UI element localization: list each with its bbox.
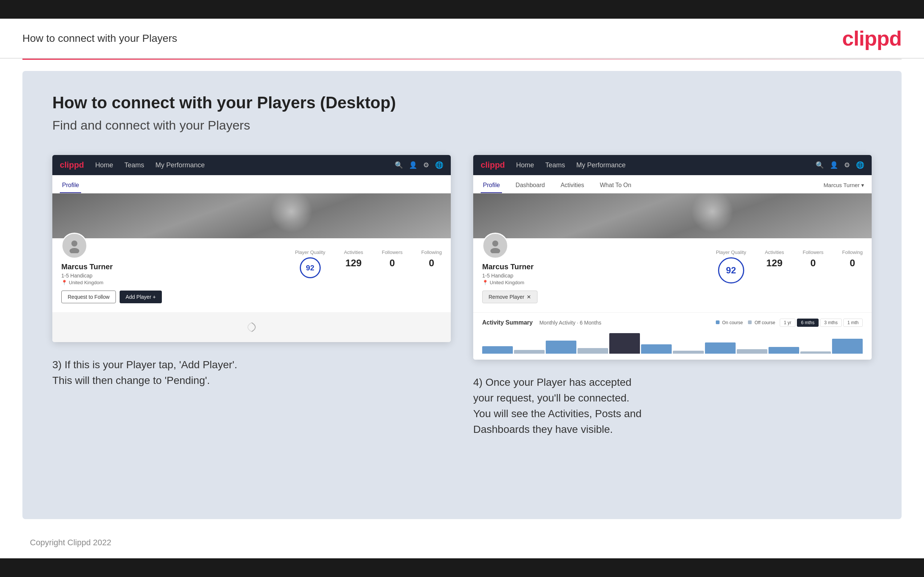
activities-label-1: Activities (344, 250, 363, 255)
copyright-text: Copyright Clippd 2022 (30, 538, 111, 547)
search-icon-1[interactable]: 🔍 (395, 161, 403, 169)
time-btn-1mth[interactable]: 1 mth (843, 319, 863, 327)
stat-quality-2: Player Quality 92 (716, 250, 746, 284)
activities-value-2: 129 (765, 257, 784, 269)
page-subheading: Find and connect with your Players (52, 118, 872, 132)
nav-home-1[interactable]: Home (95, 161, 113, 169)
mock-nav-1: clippd Home Teams My Performance 🔍 👤 ⚙ 🌐 (52, 155, 451, 175)
following-value-2: 0 (842, 257, 863, 269)
hero-golf-bg-1 (52, 193, 451, 238)
activity-controls: On course Off course 1 yr 6 mths 3 (716, 319, 863, 327)
mock-nav-right-1: 🔍 👤 ⚙ 🌐 (395, 161, 443, 169)
legend-oncourse: On course (716, 320, 743, 325)
activities-value-1: 129 (344, 257, 363, 269)
time-buttons: 1 yr 6 mths 3 mths 1 mth (780, 319, 863, 327)
activity-summary: Activity Summary Monthly Activity · 6 Mo… (473, 312, 872, 359)
quality-circle-2: 92 (718, 257, 744, 284)
location-icon-2: 📍 (482, 280, 488, 285)
bar-8 (705, 342, 736, 354)
page-heading: How to connect with your Players (Deskto… (52, 93, 872, 112)
mock-browser-1: clippd Home Teams My Performance 🔍 👤 ⚙ 🌐… (52, 155, 451, 342)
followers-value-2: 0 (803, 257, 824, 269)
bar-2 (514, 350, 544, 354)
nav-teams-2[interactable]: Teams (545, 161, 565, 169)
bar-9 (737, 349, 767, 354)
screenshot-col-2: clippd Home Teams My Performance 🔍 👤 ⚙ 🌐… (473, 155, 872, 437)
mock-hero-1 (52, 193, 451, 238)
mock-nav-right-2: 🔍 👤 ⚙ 🌐 (816, 161, 864, 169)
close-icon-remove: ✕ (527, 294, 531, 300)
svg-point-3 (490, 248, 500, 253)
quality-label-1: Player Quality (295, 250, 325, 255)
settings-icon-1[interactable]: ⚙ (423, 161, 429, 169)
activities-label-2: Activities (765, 250, 784, 255)
stat-following-1: Following 0 (421, 250, 442, 269)
globe-icon-2[interactable]: 🌐 (856, 161, 864, 169)
bar-5 (609, 333, 640, 354)
tab-profile-2[interactable]: Profile (481, 178, 502, 193)
activity-header: Activity Summary Monthly Activity · 6 Mo… (482, 319, 863, 327)
mock-buttons-1: Request to Follow Add Player + (61, 290, 442, 303)
stat-followers-1: Followers 0 (382, 250, 402, 269)
quality-circle-1: 92 (300, 257, 321, 278)
nav-myperformance-2[interactable]: My Performance (577, 161, 626, 169)
svg-point-2 (492, 240, 498, 247)
following-value-1: 0 (421, 257, 442, 269)
globe-icon-1[interactable]: 🌐 (435, 161, 443, 169)
search-icon-2[interactable]: 🔍 (816, 161, 824, 169)
mock-tabs-2: Profile Dashboard Activities What To On … (473, 175, 872, 193)
nav-home-2[interactable]: Home (516, 161, 534, 169)
tab-player-name-2[interactable]: Marcus Turner ▾ (824, 178, 864, 193)
mock-browser-2: clippd Home Teams My Performance 🔍 👤 ⚙ 🌐… (473, 155, 872, 359)
clippd-logo: clippd (842, 26, 901, 50)
mock-logo-2: clippd (481, 160, 505, 170)
stat-quality-1: Player Quality 92 (295, 250, 325, 278)
add-player-btn[interactable]: Add Player + (120, 290, 162, 303)
time-btn-6mths[interactable]: 6 mths (797, 319, 819, 327)
followers-label-2: Followers (803, 250, 824, 255)
nav-myperformance-1[interactable]: My Performance (155, 161, 205, 169)
time-btn-1yr[interactable]: 1 yr (780, 319, 795, 327)
footer: Copyright Clippd 2022 (0, 530, 924, 555)
spinner-icon-1 (246, 322, 257, 333)
tab-activities-2[interactable]: Activities (559, 178, 586, 193)
remove-player-btn[interactable]: Remove Player ✕ (482, 290, 538, 303)
legend-offcourse: Off course (748, 320, 775, 325)
stat-activities-2: Activities 129 (765, 250, 784, 269)
caption-3: 3) If this is your Player tap, 'Add Play… (52, 357, 451, 388)
bar-12 (832, 339, 863, 354)
bar-1 (482, 346, 513, 354)
mock-nav-left-1: clippd Home Teams My Performance (60, 160, 205, 170)
settings-icon-2[interactable]: ⚙ (844, 161, 850, 169)
svg-point-0 (71, 240, 78, 247)
mock-tabs-1: Profile (52, 175, 451, 193)
avatar-1 (61, 233, 87, 259)
activity-subtitle: Monthly Activity · 6 Months (540, 320, 601, 326)
mock-stats-1: Player Quality 92 Activities 129 Followe… (295, 250, 442, 278)
player-location-1: 📍 United Kingdom (61, 280, 442, 285)
time-btn-3mths[interactable]: 3 mths (820, 319, 842, 327)
bar-7 (673, 351, 703, 354)
tab-profile-1[interactable]: Profile (60, 178, 81, 193)
hero-golf-bg-2 (473, 193, 872, 238)
tab-dashboard-2[interactable]: Dashboard (513, 178, 547, 193)
svg-point-1 (69, 248, 79, 253)
header: How to connect with your Players clippd (0, 19, 924, 59)
followers-value-1: 0 (382, 257, 402, 269)
stat-followers-2: Followers 0 (803, 250, 824, 269)
mock-hero-2 (473, 193, 872, 238)
user-icon-1[interactable]: 👤 (409, 161, 417, 169)
tab-what-to-on-2[interactable]: What To On (598, 178, 633, 193)
screenshots-row: clippd Home Teams My Performance 🔍 👤 ⚙ 🌐… (52, 155, 872, 437)
header-title: How to connect with your Players (23, 32, 177, 44)
offcourse-dot (748, 321, 752, 324)
header-divider (23, 59, 901, 60)
bar-10 (769, 347, 799, 354)
user-icon-2[interactable]: 👤 (830, 161, 838, 169)
mock-profile-1: Marcus Turner 1-5 Handicap 📍 United King… (52, 238, 451, 312)
avatar-2 (482, 233, 508, 259)
request-follow-btn[interactable]: Request to Follow (61, 290, 116, 303)
location-icon-1: 📍 (61, 280, 67, 285)
nav-teams-1[interactable]: Teams (124, 161, 144, 169)
main-content: How to connect with your Players (Deskto… (23, 71, 901, 519)
